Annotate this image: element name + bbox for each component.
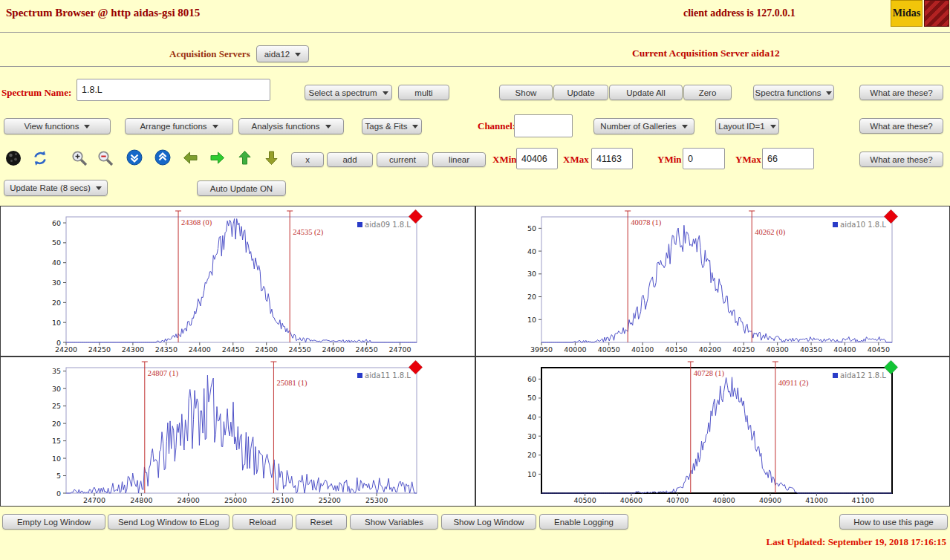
ymax-input[interactable] — [762, 148, 814, 169]
y-tick-label: 30 — [527, 432, 536, 440]
number-of-galleries-dropdown[interactable]: Number of Galleries — [593, 118, 694, 134]
x-tick-label: 40050 — [598, 345, 620, 354]
x-tick-label: 24650 — [355, 345, 377, 354]
what-are-these-button-functions[interactable]: What are these? — [859, 118, 943, 134]
update-rate-dropdown[interactable]: Update Rate (8 secs) — [4, 180, 108, 196]
y-tick-label: 50 — [52, 238, 61, 247]
x-tick-label: 24200 — [55, 345, 77, 354]
channel-input[interactable] — [514, 114, 573, 137]
y-tick-label: 40 — [527, 247, 536, 255]
show-button[interactable]: Show — [499, 85, 553, 100]
view-functions-dropdown[interactable]: View functions — [4, 118, 111, 134]
y-tick-label: 60 — [527, 375, 536, 383]
acquisition-servers-label: Acquisition Servers — [169, 48, 250, 60]
pan-left-icon[interactable] — [182, 149, 201, 168]
show-variables-button[interactable]: Show Variables — [350, 514, 438, 530]
midas-logo: Midas — [891, 0, 923, 27]
spectra-functions-dropdown[interactable]: Spectra functions — [753, 85, 834, 100]
auto-update-button[interactable]: Auto Update ON — [197, 180, 286, 196]
enable-logging-button[interactable]: Enable Logging — [539, 514, 628, 530]
y-tick-label: 40 — [527, 413, 536, 421]
ymin-label: YMin — [657, 154, 682, 166]
x-tick-label: 40100 — [631, 345, 654, 354]
x-tick-label: 25200 — [319, 496, 341, 504]
add-button[interactable]: add — [327, 152, 373, 167]
x-tick-label: 25100 — [271, 496, 293, 504]
overview-icon[interactable] — [4, 149, 23, 168]
y-tick-label: 35 — [52, 367, 61, 375]
pan-right-icon[interactable] — [209, 149, 227, 168]
scroll-down-icon[interactable] — [126, 149, 145, 168]
show-button-label: Show — [515, 88, 537, 97]
empty-log-window-button[interactable]: Empty Log Window — [2, 514, 105, 530]
linear-button[interactable]: linear — [432, 152, 486, 167]
spectrum-chart[interactable]: 1020304050604050040600407004080040900410… — [476, 357, 949, 506]
spectra-grid: 0102030405060242002425024300243502440024… — [0, 206, 950, 507]
x-tick-label: 41100 — [852, 496, 874, 504]
spectrum-chart[interactable]: 0510152025303524700248002490025000251002… — [1, 357, 474, 506]
xmax-input[interactable] — [591, 148, 633, 169]
what-are-these-button-toolbar[interactable]: What are these? — [859, 152, 943, 167]
spectrum-chart[interactable]: 0102030405060242002425024300243502440024… — [1, 206, 474, 355]
x-tick-label: 24900 — [178, 496, 200, 504]
x-tick-label: 24450 — [222, 345, 244, 354]
chevron-down-icon — [826, 91, 832, 98]
select-spectrum-dropdown[interactable]: Select a spectrum — [305, 85, 392, 100]
toolbar-row: x add current linear XMin XMax YMin YMax… — [0, 143, 950, 178]
reset-label: Reset — [310, 518, 332, 527]
zoom-in-icon[interactable] — [71, 149, 89, 168]
current-server-text: Current Acquisition Server aida12 — [632, 48, 780, 59]
xmin-input[interactable] — [516, 148, 558, 169]
institute-logo — [924, 0, 949, 27]
client-address: client address is 127.0.0.1 — [683, 7, 796, 19]
channel-label: Channel: — [478, 120, 515, 132]
spectrum-chart[interactable]: 1020304050399504000040050401004015040200… — [476, 206, 949, 355]
scroll-up-icon[interactable] — [154, 149, 173, 168]
x-tick-label: 40150 — [665, 345, 687, 354]
functions-row: View functions Arrange functions Analysi… — [0, 110, 950, 143]
y-tick-label: 50 — [527, 224, 536, 232]
spectrum-name-input[interactable] — [77, 79, 270, 101]
view-functions-label: View functions — [25, 122, 79, 131]
layout-id-dropdown[interactable]: Layout ID=1 — [715, 118, 779, 134]
x-tick-label: 24500 — [256, 345, 278, 354]
y-tick-label: 10 — [527, 470, 536, 478]
legend-label: aida10 1.8.L — [840, 221, 886, 229]
enable-logging-label: Enable Logging — [554, 518, 614, 527]
how-to-use-button[interactable]: How to use this page — [839, 514, 948, 530]
show-log-window-button[interactable]: Show Log Window — [441, 514, 536, 530]
ymin-input[interactable] — [683, 148, 725, 169]
x-tick-label: 40800 — [713, 496, 735, 504]
y-tick-label: 10 — [52, 455, 61, 463]
send-log-to-elog-button[interactable]: Send Log Window to ELog — [108, 514, 230, 530]
how-to-use-label: How to use this page — [853, 518, 933, 527]
acquisition-server-dropdown[interactable]: aida12 — [256, 45, 309, 62]
legend-label: aida11 1.8.L — [365, 371, 411, 380]
zero-button[interactable]: Zero — [683, 85, 732, 100]
show-variables-label: Show Variables — [365, 518, 423, 527]
zoom-out-icon[interactable] — [97, 149, 115, 168]
x-tick-label: 25300 — [365, 496, 388, 504]
update-button[interactable]: Update — [553, 85, 608, 100]
reset-button[interactable]: Reset — [296, 514, 347, 530]
acquisition-server-value: aida12 — [264, 50, 290, 59]
tags-fits-dropdown[interactable]: Tags & Fits — [362, 118, 422, 134]
x-tick-label: 40350 — [800, 345, 822, 354]
current-button[interactable]: current — [377, 152, 429, 167]
what-are-these-button-spectrum[interactable]: What are these? — [859, 85, 943, 100]
analysis-functions-dropdown[interactable]: Analysis functions — [238, 118, 344, 134]
chevron-down-icon — [96, 186, 102, 193]
multi-button[interactable]: multi — [398, 85, 449, 100]
tags-fits-label: Tags & Fits — [365, 122, 408, 131]
arrange-functions-dropdown[interactable]: Arrange functions — [125, 118, 233, 134]
pan-up-icon[interactable] — [236, 149, 255, 168]
pan-down-icon[interactable] — [263, 149, 282, 168]
chevron-down-icon — [84, 125, 90, 131]
update-all-button[interactable]: Update All — [609, 85, 683, 100]
x-tick-label: 40600 — [620, 496, 642, 504]
x-button[interactable]: x — [291, 152, 324, 167]
refresh-icon[interactable] — [31, 149, 50, 168]
y-tick-label: 20 — [52, 299, 61, 307]
legend-swatch — [357, 222, 362, 227]
reload-button[interactable]: Reload — [232, 514, 293, 530]
